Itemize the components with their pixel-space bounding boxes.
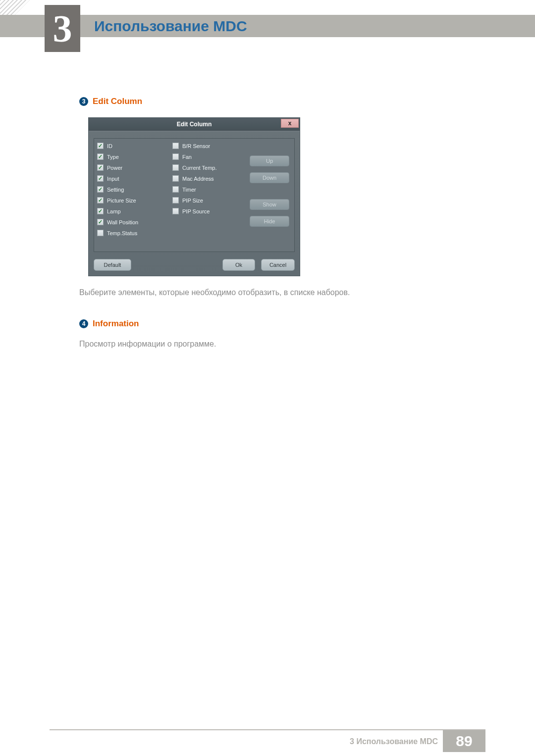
list-item: B/R Sensor — [172, 143, 242, 149]
chapter-number-box: 3 — [45, 5, 80, 52]
content-area: 3 Edit Column Edit Column x ID Type Powe… — [79, 97, 456, 349]
list-item: Picture Size — [97, 197, 166, 203]
dialog-title: Edit Column — [89, 118, 300, 131]
checkbox-label: Fan — [182, 154, 192, 160]
list-item: ID — [97, 143, 166, 149]
hide-button[interactable]: Hide — [250, 216, 289, 227]
close-icon: x — [288, 120, 292, 127]
checkbox-picture-size[interactable] — [97, 197, 104, 203]
up-button[interactable]: Up — [250, 155, 289, 166]
checkbox-label: B/R Sensor — [182, 143, 210, 149]
list-item: Mac Address — [172, 175, 242, 182]
checkbox-lamp[interactable] — [97, 208, 104, 214]
checkbox-power[interactable] — [97, 164, 104, 171]
checklist-right: B/R Sensor Fan Current Temp. Mac Address… — [169, 139, 245, 252]
checkbox-label: Setting — [107, 187, 124, 193]
default-button[interactable]: Default — [94, 259, 131, 271]
list-item: PIP Size — [172, 197, 242, 203]
checkbox-label: Temp.Status — [107, 230, 137, 236]
dialog-footer: Default Ok Cancel — [94, 252, 295, 271]
down-button[interactable]: Down — [250, 172, 289, 183]
section-edit-column-paragraph: Выберите элементы, которые необходимо от… — [79, 288, 456, 297]
checkbox-br-sensor[interactable] — [172, 143, 179, 149]
page-number: 89 — [443, 730, 485, 752]
section-information-head: 4 Information — [79, 319, 456, 329]
checkbox-label: Input — [107, 176, 119, 182]
chapter-number: 3 — [53, 6, 72, 51]
list-item: Input — [97, 175, 166, 182]
checkbox-label: Timer — [182, 187, 196, 193]
checkbox-type[interactable] — [97, 153, 104, 160]
checkbox-label: PIP Source — [182, 208, 210, 214]
footer-divider — [50, 729, 485, 730]
list-item: Timer — [172, 186, 242, 193]
close-button[interactable]: x — [281, 119, 299, 128]
header-ribbon — [0, 15, 535, 37]
checklist-left: ID Type Power Input Setting Picture Size… — [94, 139, 169, 252]
checkbox-label: Mac Address — [182, 176, 214, 182]
dialog-titlebar: Edit Column x — [89, 118, 300, 131]
checkbox-label: Lamp — [107, 208, 121, 214]
checkbox-label: PIP Size — [182, 198, 203, 203]
ok-button[interactable]: Ok — [222, 259, 255, 271]
show-button[interactable]: Show — [250, 199, 289, 210]
list-item: Setting — [97, 186, 166, 193]
checkbox-label: Current Temp. — [182, 165, 217, 171]
footer-text: 3 Использование MDC — [350, 737, 438, 746]
cancel-button[interactable]: Cancel — [261, 259, 295, 271]
dialog-body: ID Type Power Input Setting Picture Size… — [89, 131, 300, 276]
list-item: Lamp — [97, 208, 166, 214]
dialog-side-buttons: Up Down Show Hide — [245, 139, 294, 252]
checkbox-pip-source[interactable] — [172, 208, 179, 214]
list-item: Fan — [172, 153, 242, 160]
section-information-title: Information — [93, 319, 139, 329]
page-footer: 3 Использование MDC 89 — [0, 729, 535, 753]
checkbox-temp-status[interactable] — [97, 230, 104, 236]
checkbox-label: ID — [107, 143, 112, 149]
checkbox-id[interactable] — [97, 143, 104, 149]
checkbox-current-temp[interactable] — [172, 164, 179, 171]
chapter-title: Использование MDC — [94, 18, 247, 35]
bullet-3: 3 — [79, 97, 88, 106]
section-information-paragraph: Просмотр информации о программе. — [79, 340, 456, 349]
column-checklist-area: ID Type Power Input Setting Picture Size… — [94, 138, 295, 252]
list-item: PIP Source — [172, 208, 242, 214]
bullet-4: 4 — [79, 319, 88, 328]
list-item: Current Temp. — [172, 164, 242, 171]
checkbox-pip-size[interactable] — [172, 197, 179, 203]
checkbox-label: Wall Position — [107, 219, 138, 225]
section-edit-column-title: Edit Column — [93, 97, 142, 106]
list-item: Temp.Status — [97, 230, 166, 236]
checkbox-fan[interactable] — [172, 153, 179, 160]
checkbox-mac-address[interactable] — [172, 175, 179, 182]
checkbox-setting[interactable] — [97, 186, 104, 193]
checkbox-label: Picture Size — [107, 198, 136, 203]
list-item: Power — [97, 164, 166, 171]
section-information: 4 Information Просмотр информации о прог… — [79, 319, 456, 349]
edit-column-dialog: Edit Column x ID Type Power Input Settin… — [88, 117, 300, 276]
list-item: Wall Position — [97, 219, 166, 225]
checkbox-timer[interactable] — [172, 186, 179, 193]
section-edit-column-head: 3 Edit Column — [79, 97, 456, 106]
list-item: Type — [97, 153, 166, 160]
checkbox-label: Type — [107, 154, 119, 160]
checkbox-wall-position[interactable] — [97, 219, 104, 225]
checkbox-label: Power — [107, 165, 122, 171]
checkbox-input[interactable] — [97, 175, 104, 182]
